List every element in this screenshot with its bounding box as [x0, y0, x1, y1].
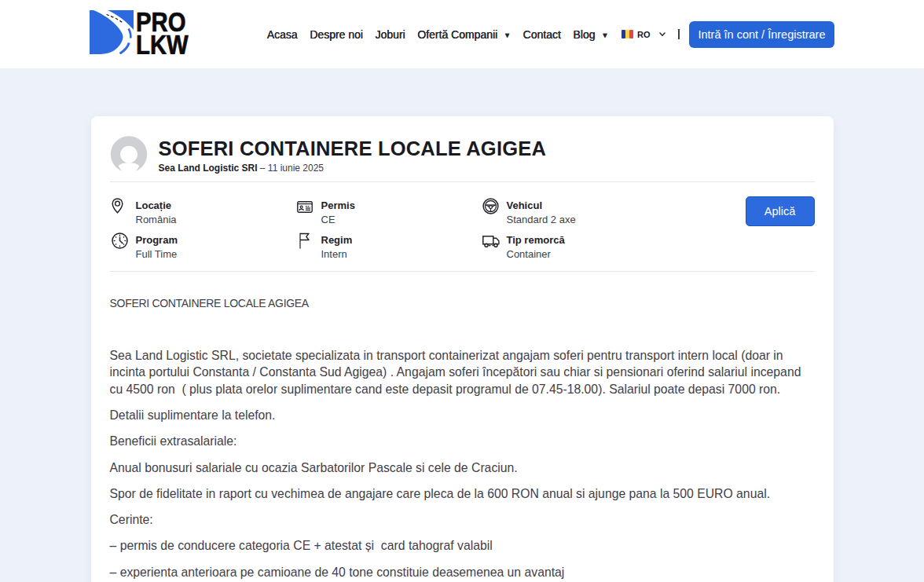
svg-text:LKW: LKW — [136, 30, 189, 54]
